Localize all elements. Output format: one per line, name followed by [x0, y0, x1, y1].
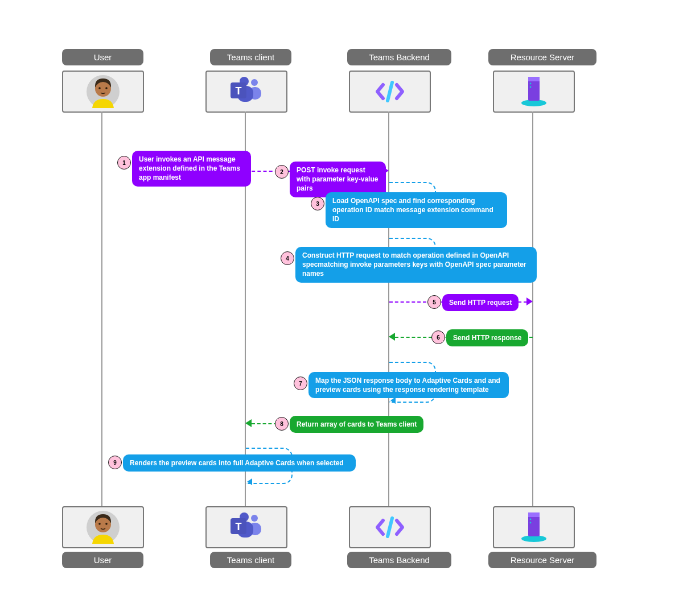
step-7-msg: Map the JSON response body to Adaptive C… — [308, 372, 509, 398]
lane-label-backend: Teams Backend — [347, 49, 451, 65]
actor-user-top — [62, 71, 144, 113]
actor-server-bottom — [493, 506, 575, 548]
step-8-arrowhead — [245, 419, 252, 427]
actor-server-top — [493, 71, 575, 113]
lifeline-user — [101, 111, 102, 506]
lane-label-client: Teams client — [210, 49, 291, 65]
teams-icon: T — [229, 77, 264, 106]
step-6-arrowhead — [389, 333, 395, 341]
step-3-msg: Load OpenAPI spec and find corresponding… — [326, 192, 507, 228]
svg-point-13 — [530, 83, 532, 85]
step-5-num: 5 — [427, 295, 441, 309]
svg-point-18 — [105, 523, 108, 525]
server-icon — [519, 76, 549, 108]
svg-point-19 — [251, 515, 258, 522]
lane-label-client-bottom: Teams client — [210, 552, 291, 568]
code-icon — [375, 80, 405, 103]
lifeline-server — [532, 111, 533, 506]
svg-rect-12 — [528, 77, 540, 81]
actor-backend-bottom — [349, 506, 431, 548]
svg-point-4 — [251, 79, 258, 86]
actor-backend-top — [349, 71, 431, 113]
actor-client-top: T — [205, 71, 287, 113]
step-1-num: 1 — [117, 156, 131, 169]
server-icon — [519, 511, 549, 543]
step-3-num: 3 — [311, 197, 324, 210]
lane-label-server-bottom: Resource Server — [488, 552, 596, 568]
code-icon — [375, 516, 405, 539]
lane-label-user: User — [62, 49, 143, 65]
lane-label-backend-bottom: Teams Backend — [347, 552, 451, 568]
svg-point-2 — [98, 87, 101, 89]
svg-point-3 — [105, 87, 108, 89]
step-4-num: 4 — [281, 251, 294, 265]
step-5-arrowhead — [526, 297, 533, 305]
step-6-msg: Send HTTP response — [446, 329, 528, 346]
step-9-num: 9 — [108, 456, 122, 469]
svg-point-28 — [530, 519, 532, 520]
step-2-num: 2 — [275, 165, 289, 179]
step-8-msg: Return array of cards to Teams client — [290, 416, 423, 433]
step-4-msg: Construct HTTP request to match operatio… — [295, 247, 537, 283]
step-9-loop-arrow — [247, 478, 252, 485]
actor-user-bottom — [62, 506, 144, 548]
user-avatar-icon — [87, 511, 120, 544]
step-6-num: 6 — [431, 330, 445, 344]
step-9-msg: Renders the preview cards into full Adap… — [123, 454, 356, 472]
lane-label-server: Resource Server — [488, 49, 596, 65]
svg-point-29 — [530, 522, 532, 524]
lane-label-user-bottom: User — [62, 552, 143, 568]
svg-text:T: T — [236, 521, 242, 532]
teams-icon: T — [229, 512, 264, 542]
svg-rect-27 — [528, 512, 540, 517]
actor-client-bottom: T — [205, 506, 287, 548]
step-1-msg: User invokes an API message extension de… — [132, 151, 251, 187]
step-5-msg: Send HTTP request — [442, 294, 519, 311]
sequence-diagram: User Teams client Teams Backend Resource… — [0, 0, 683, 616]
svg-point-17 — [98, 523, 101, 525]
svg-text:T: T — [236, 85, 242, 97]
user-avatar-icon — [87, 75, 120, 108]
svg-point-14 — [530, 86, 532, 88]
step-7-num: 7 — [294, 377, 307, 390]
step-8-num: 8 — [275, 417, 289, 431]
